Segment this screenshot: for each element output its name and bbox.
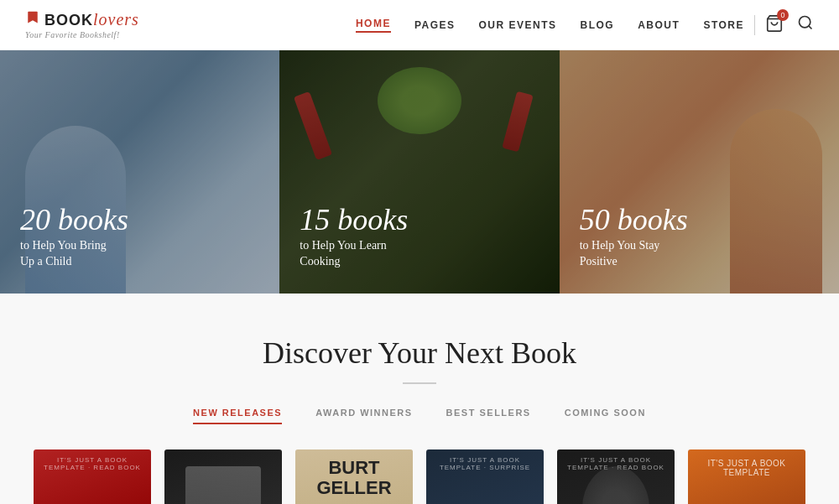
banner-2-subtitle: to Help You Learn Cooking xyxy=(300,237,539,270)
book-card-3[interactable]: BURT GELLER xyxy=(295,449,413,504)
logo-lovers-text: lovers xyxy=(93,10,139,29)
bookmark-icon xyxy=(25,10,40,29)
banner-3[interactable]: 50 books to Help You Stay Positive xyxy=(560,50,839,294)
svg-line-2 xyxy=(809,26,812,29)
logo-book-text: BOOK xyxy=(44,12,93,29)
tab-best-sellers[interactable]: BEST SELLERS xyxy=(446,408,531,424)
search-icon xyxy=(797,14,814,31)
svg-point-1 xyxy=(800,17,810,28)
book-card-2[interactable]: CANDY CARSON xyxy=(164,449,282,504)
book-card-4[interactable]: IT'S JUST A BOOK TEMPLATE · SURPRISE xyxy=(426,449,544,504)
banner-1[interactable]: 20 books to Help You Bring Up a Child xyxy=(0,50,279,294)
banner-3-overlay: 50 books to Help You Stay Positive xyxy=(560,50,839,294)
book-cover-5: IT'S JUST A BOOK TEMPLATE · READ BOOK xyxy=(557,449,675,504)
banner-1-overlay: 20 books to Help You Bring Up a Child xyxy=(0,50,279,294)
book-cover-1: IT'S JUST A BOOK TEMPLATE · READ BOOK A … xyxy=(34,449,151,504)
nav-store[interactable]: STORE xyxy=(703,19,744,31)
nav-events[interactable]: OUR EVENTS xyxy=(479,19,557,31)
book-cover-3: BURT GELLER xyxy=(295,449,413,504)
banner-2[interactable]: 15 books to Help You Learn Cooking xyxy=(279,50,559,294)
book-card-6[interactable]: IT'S JUST A BOOK TEMPLATE CRAIG MANN xyxy=(688,449,805,504)
book-card-5[interactable]: IT'S JUST A BOOK TEMPLATE · READ BOOK xyxy=(557,449,675,504)
banner-2-count: 15 books xyxy=(300,204,539,237)
banner-1-count: 20 books xyxy=(20,204,259,237)
nav-about[interactable]: ABOUT xyxy=(638,19,680,31)
hero-banners: 20 books to Help You Bring Up a Child 15… xyxy=(0,50,839,294)
book-cover-6: IT'S JUST A BOOK TEMPLATE CRAIG MANN xyxy=(688,449,805,504)
main-nav: HOME PAGES OUR EVENTS BLOG ABOUT STORE xyxy=(356,18,744,33)
nav-blog[interactable]: BLOG xyxy=(581,19,615,31)
search-button[interactable] xyxy=(797,14,814,35)
cart-button[interactable]: 0 xyxy=(765,14,784,36)
discover-section: Discover Your Next Book NEW RELEASES AWA… xyxy=(0,294,839,504)
cart-badge: 0 xyxy=(777,9,789,21)
tab-coming-soon[interactable]: COMING SOON xyxy=(565,408,646,424)
discover-divider xyxy=(403,382,436,384)
banner-3-subtitle: to Help You Stay Positive xyxy=(580,237,819,270)
tab-new-releases[interactable]: NEW RELEASES xyxy=(193,408,282,424)
banner-1-subtitle: to Help You Bring Up a Child xyxy=(20,237,259,270)
header: BOOK lovers Your Favorite Bookshelf! HOM… xyxy=(0,0,839,50)
discover-title: Discover Your Next Book xyxy=(25,335,814,371)
nav-pages[interactable]: PAGES xyxy=(414,19,456,31)
book-6-author: IT'S JUST A BOOK TEMPLATE xyxy=(695,459,799,477)
logo[interactable]: BOOK lovers Your Favorite Bookshelf! xyxy=(25,10,139,39)
header-divider xyxy=(754,15,755,35)
book-cover-4: IT'S JUST A BOOK TEMPLATE · SURPRISE xyxy=(426,449,544,504)
book-card-1[interactable]: IT'S JUST A BOOK TEMPLATE · READ BOOK A … xyxy=(34,449,151,504)
book-tabs: NEW RELEASES AWARD WINNERS BEST SELLERS … xyxy=(25,408,814,424)
books-row: IT'S JUST A BOOK TEMPLATE · READ BOOK A … xyxy=(25,449,814,504)
book-1-label: IT'S JUST A BOOK TEMPLATE · READ BOOK xyxy=(40,456,144,471)
logo-tagline: Your Favorite Bookshelf! xyxy=(25,30,139,39)
book-4-label: IT'S JUST A BOOK TEMPLATE · SURPRISE xyxy=(433,456,537,471)
header-icons: 0 xyxy=(765,14,814,36)
tab-award-winners[interactable]: AWARD WINNERS xyxy=(315,408,412,424)
banner-3-count: 50 books xyxy=(580,204,819,237)
nav-home[interactable]: HOME xyxy=(356,18,391,33)
book-3-title: BURT GELLER xyxy=(304,458,404,498)
banner-2-overlay: 15 books to Help You Learn Cooking xyxy=(279,50,559,294)
book-cover-2: CANDY CARSON xyxy=(164,449,282,504)
